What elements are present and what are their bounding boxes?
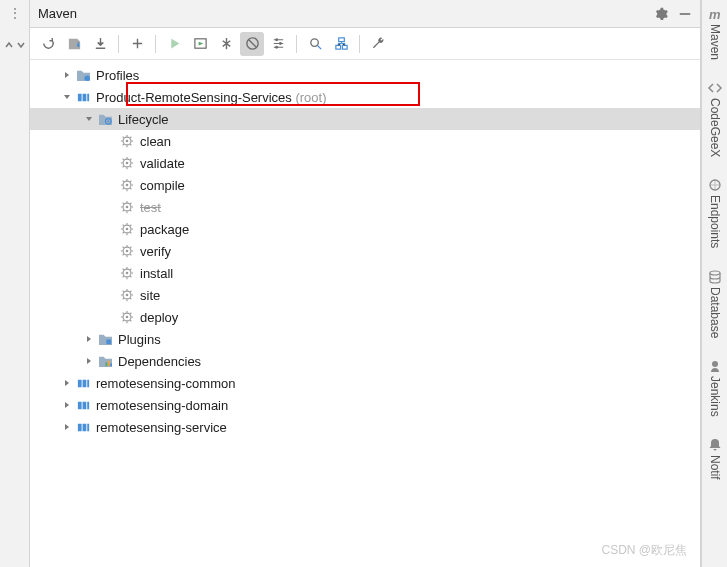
download-sources-icon[interactable] (88, 32, 112, 56)
chevron-right-icon (60, 71, 74, 79)
node-label: Product-RemoteSensing-Services (root) (96, 90, 327, 105)
gear-icon (118, 134, 136, 148)
svg-point-23 (126, 206, 129, 209)
toggle-skip-tests-icon[interactable] (214, 32, 238, 56)
chevron-right-icon (60, 401, 74, 409)
hide-icon[interactable] (678, 7, 692, 21)
svg-point-6 (310, 39, 318, 47)
more-icon[interactable]: ⋮ (8, 6, 22, 20)
maven-icon: m (707, 6, 723, 22)
gear-icon (118, 266, 136, 280)
lifecycle-phase-clean[interactable]: clean (30, 130, 700, 152)
lifecycle-phase-verify[interactable]: verify (30, 240, 700, 262)
node-label: Lifecycle (118, 112, 169, 127)
maven-toolbar (30, 28, 700, 60)
lifecycle-phase-site[interactable]: site (30, 284, 700, 306)
collapse-icon[interactable] (4, 40, 14, 50)
phase-label: install (140, 266, 173, 281)
chevron-down-icon (60, 93, 74, 101)
tree-node-dependencies[interactable]: Dependencies (30, 350, 700, 372)
gear-icon (118, 310, 136, 324)
phase-label: site (140, 288, 160, 303)
expand-icon[interactable] (16, 40, 26, 50)
right-tab-notif[interactable]: Notif (707, 437, 723, 480)
tree-node-module[interactable]: remotesensing-domain (30, 394, 700, 416)
tree-node-lifecycle[interactable]: Lifecycle (30, 108, 700, 130)
wrench-icon[interactable] (366, 32, 390, 56)
node-label: remotesensing-domain (96, 398, 228, 413)
maven-tree: Profiles Product-RemoteSensing-Services … (30, 60, 700, 567)
svg-rect-46 (87, 423, 89, 431)
svg-rect-35 (105, 362, 107, 366)
svg-point-17 (126, 140, 129, 143)
codegeex-icon (707, 80, 723, 96)
svg-rect-45 (82, 423, 86, 431)
endpoints-icon (707, 177, 723, 193)
svg-rect-43 (87, 401, 89, 409)
run-icon[interactable] (162, 32, 186, 56)
bell-icon (707, 437, 723, 453)
svg-rect-44 (77, 423, 81, 431)
svg-point-31 (126, 294, 129, 297)
svg-rect-11 (77, 93, 81, 101)
svg-rect-40 (87, 379, 89, 387)
tree-node-module[interactable]: remotesensing-service (30, 416, 700, 438)
node-label: Plugins (118, 332, 161, 347)
tree-node-root-project[interactable]: Product-RemoteSensing-Services (root) (30, 86, 700, 108)
add-project-icon[interactable] (125, 32, 149, 56)
show-diagram-icon[interactable] (329, 32, 353, 56)
module-icon (74, 90, 92, 105)
right-tab-database[interactable]: Database (707, 269, 723, 338)
svg-point-21 (126, 184, 129, 187)
svg-point-15 (107, 120, 109, 122)
right-tab-endpoints[interactable]: Endpoints (707, 177, 723, 248)
lifecycle-phase-compile[interactable]: compile (30, 174, 700, 196)
settings-icon[interactable] (654, 7, 668, 21)
svg-rect-42 (82, 401, 86, 409)
right-tab-maven[interactable]: mMaven (707, 6, 723, 60)
phase-label: verify (140, 244, 171, 259)
lifecycle-phase-install[interactable]: install (30, 262, 700, 284)
lifecycle-phase-test[interactable]: test (30, 196, 700, 218)
svg-rect-7 (338, 38, 344, 42)
tab-label: Endpoints (708, 195, 722, 248)
tab-label: CodeGeeX (708, 98, 722, 157)
lifecycle-phase-deploy[interactable]: deploy (30, 306, 700, 328)
tab-label: Maven (708, 24, 722, 60)
svg-rect-9 (342, 45, 347, 49)
phase-label: compile (140, 178, 185, 193)
generate-sources-icon[interactable] (62, 32, 86, 56)
svg-rect-13 (87, 93, 89, 101)
node-label: Profiles (96, 68, 139, 83)
tree-node-plugins[interactable]: Plugins (30, 328, 700, 350)
toggle-offline-icon[interactable] (240, 32, 264, 56)
database-icon (707, 269, 723, 285)
analyze-icon[interactable] (303, 32, 327, 56)
reimport-icon[interactable] (36, 32, 60, 56)
svg-rect-41 (77, 401, 81, 409)
jenkins-icon (707, 358, 723, 374)
panel-title: Maven (38, 6, 644, 21)
maven-panel: Maven Profi (30, 0, 701, 567)
right-tool-strip: mMavenCodeGeeXEndpointsDatabaseJenkinsNo… (701, 0, 727, 567)
folder-icon (74, 69, 92, 82)
folder-deps-icon (96, 355, 114, 368)
svg-rect-38 (77, 379, 81, 387)
svg-rect-37 (110, 363, 112, 366)
svg-rect-12 (82, 93, 86, 101)
phase-label: package (140, 222, 189, 237)
right-tab-codegeex[interactable]: CodeGeeX (707, 80, 723, 157)
gear-icon (118, 156, 136, 170)
svg-point-50 (712, 361, 718, 367)
tree-node-module[interactable]: remotesensing-common (30, 372, 700, 394)
show-settings-icon[interactable] (266, 32, 290, 56)
lifecycle-phase-validate[interactable]: validate (30, 152, 700, 174)
svg-point-10 (84, 75, 90, 81)
lifecycle-phase-package[interactable]: package (30, 218, 700, 240)
right-tab-jenkins[interactable]: Jenkins (707, 358, 723, 417)
svg-point-5 (275, 46, 278, 49)
svg-point-19 (126, 162, 129, 165)
svg-rect-39 (82, 379, 86, 387)
run-config-icon[interactable] (188, 32, 212, 56)
tree-node-profiles[interactable]: Profiles (30, 64, 700, 86)
